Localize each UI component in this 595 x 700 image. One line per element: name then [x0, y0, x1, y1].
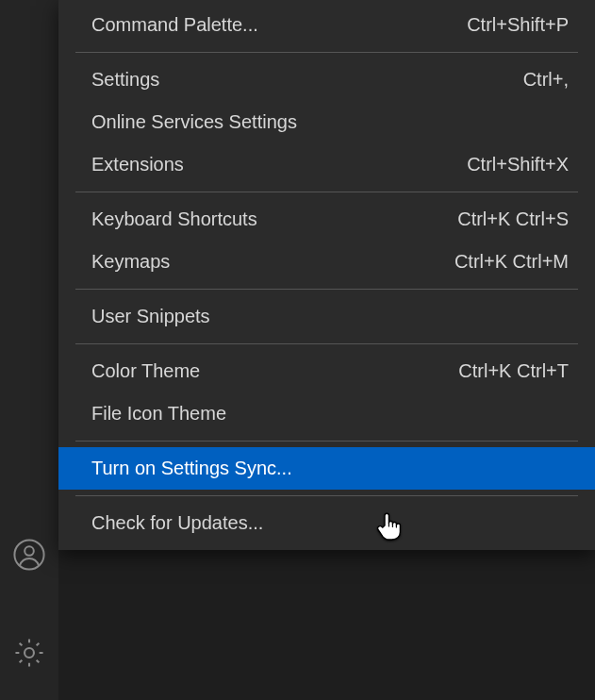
menu-item-shortcut: Ctrl+K Ctrl+M [455, 251, 569, 273]
menu-item-shortcut: Ctrl+Shift+X [467, 154, 569, 175]
svg-point-1 [25, 546, 34, 556]
manage-button[interactable] [0, 626, 58, 679]
menu-item-label: File Icon Theme [91, 403, 226, 425]
menu-item-label: Keyboard Shortcuts [91, 208, 257, 230]
menu-item-shortcut: Ctrl+, [523, 69, 569, 91]
menu-item-label: Keymaps [91, 251, 170, 273]
menu-item-command-palette[interactable]: Command Palette... Ctrl+Shift+P [58, 4, 595, 46]
menu-item-label: Turn on Settings Sync... [91, 458, 292, 479]
menu-item-label: Color Theme [91, 360, 200, 382]
menu-item-shortcut: Ctrl+Shift+P [467, 14, 569, 36]
gear-icon [12, 636, 46, 670]
menu-item-shortcut: Ctrl+K Ctrl+T [458, 360, 569, 382]
menu-item-file-icon-theme[interactable]: File Icon Theme [58, 392, 595, 435]
menu-separator [75, 52, 578, 53]
menu-item-label: Online Services Settings [91, 111, 297, 133]
menu-item-label: Settings [91, 69, 159, 91]
menu-item-label: Check for Updates... [91, 512, 263, 534]
menu-item-shortcut: Ctrl+K Ctrl+S [457, 208, 569, 230]
menu-item-turn-on-settings-sync[interactable]: Turn on Settings Sync... [58, 447, 595, 490]
menu-item-user-snippets[interactable]: User Snippets [58, 295, 595, 338]
svg-point-2 [25, 648, 34, 658]
menu-item-color-theme[interactable]: Color Theme Ctrl+K Ctrl+T [58, 350, 595, 392]
manage-context-menu: Command Palette... Ctrl+Shift+P Settings… [58, 0, 595, 550]
menu-separator [75, 192, 578, 192]
person-icon [13, 539, 45, 571]
menu-separator [75, 495, 578, 496]
menu-item-check-for-updates[interactable]: Check for Updates... [58, 502, 595, 544]
menu-separator [75, 289, 578, 290]
menu-item-online-services-settings[interactable]: Online Services Settings [58, 101, 595, 143]
menu-item-label: Extensions [91, 154, 184, 175]
menu-item-label: Command Palette... [91, 14, 258, 36]
menu-item-extensions[interactable]: Extensions Ctrl+Shift+X [58, 143, 595, 186]
accounts-button[interactable] [0, 528, 58, 581]
menu-separator [75, 343, 578, 344]
menu-item-settings[interactable]: Settings Ctrl+, [58, 58, 595, 101]
activity-bar [0, 0, 58, 700]
menu-item-label: User Snippets [91, 306, 210, 327]
menu-separator [75, 441, 578, 442]
menu-item-keymaps[interactable]: Keymaps Ctrl+K Ctrl+M [58, 241, 595, 283]
menu-item-keyboard-shortcuts[interactable]: Keyboard Shortcuts Ctrl+K Ctrl+S [58, 198, 595, 241]
